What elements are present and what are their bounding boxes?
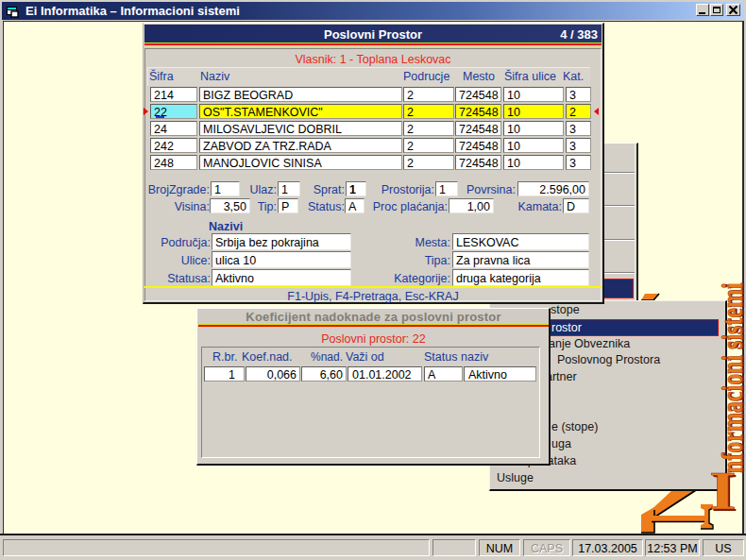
svg-text:I: I [709,461,737,520]
svg-text:nformacioni sistemi: nformacioni sistemi [715,282,746,473]
